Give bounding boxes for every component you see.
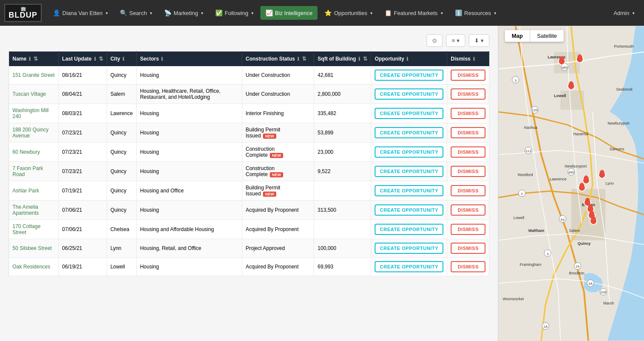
project-name-link[interactable]: 50 Silsbee Street [12, 245, 52, 251]
create-opportunity-button[interactable]: CREATE OPPORTUNITY [375, 204, 443, 216]
create-opportunity-button[interactable]: CREATE OPPORTUNITY [375, 70, 443, 81]
svg-text:2: 2 [521, 192, 523, 196]
dismiss-button[interactable]: DISMISS [451, 88, 485, 100]
nav-search-label: Search [129, 10, 147, 16]
update-info-icon: ℹ [94, 56, 96, 61]
cell-last-update: 08/03/21 [58, 104, 107, 123]
nav-following[interactable]: ✅ Following ▾ [210, 6, 259, 20]
dismiss-button[interactable]: DISMISS [451, 243, 485, 254]
dismiss-button[interactable]: DISMISS [451, 185, 485, 196]
cell-opportunity: CREATE OPPORTUNITY [371, 239, 447, 258]
cell-city: Lynn [107, 239, 136, 258]
nav-biz-intelligence[interactable]: 📈 Biz Intelligence [260, 6, 317, 20]
cell-last-update: 06/25/21 [58, 239, 107, 258]
svg-text:Seabrook: Seabrook [616, 87, 633, 91]
create-opportunity-button[interactable]: CREATE OPPORTUNITY [375, 88, 443, 100]
dismiss-button[interactable]: DISMISS [451, 261, 485, 272]
dismiss-button[interactable]: DISMISS [451, 204, 485, 216]
dismiss-button[interactable]: DISMISS [451, 224, 485, 235]
create-opportunity-button[interactable]: CREATE OPPORTUNITY [375, 108, 443, 119]
col-opportunity: Opportunity ℹ [371, 52, 447, 67]
featured-markets-icon: 📋 [385, 9, 392, 16]
create-opportunity-button[interactable]: CREATE OPPORTUNITY [375, 224, 443, 235]
cell-construction-status: Acquired By Proponent [242, 220, 314, 239]
svg-text:228: 228 [601, 290, 607, 294]
following-caret: ▾ [251, 11, 253, 15]
cell-opportunity: CREATE OPPORTUNITY [371, 258, 447, 276]
project-name-link[interactable]: 7 Faxon Park Road [12, 165, 43, 177]
cell-sectors: Housing and Affordable Housing [136, 220, 242, 239]
download-button[interactable]: ⬇ ▾ [469, 34, 489, 47]
nav-user[interactable]: 👤 Diana Van Etten ▾ [48, 6, 113, 20]
project-name-link[interactable]: Tuscan Village [12, 91, 46, 97]
svg-text:Danvers: Danvers [610, 147, 624, 151]
opportunities-icon: ⭐ [324, 9, 332, 16]
satellite-view-button[interactable]: Satellite [530, 30, 564, 42]
project-name-link[interactable]: 151 Granite Street [12, 72, 55, 78]
dismiss-button[interactable]: DISMISS [451, 146, 485, 158]
cell-name: Washington Mill 240 [9, 104, 59, 123]
dismiss-button[interactable]: DISMISS [451, 127, 485, 138]
project-name-link[interactable]: 188 200 Quincy Avenue [12, 127, 49, 139]
update-sort-icon[interactable]: ⇅ [99, 56, 103, 62]
cell-opportunity: CREATE OPPORTUNITY [371, 201, 447, 220]
view-button[interactable]: ≡ ▾ [446, 34, 465, 47]
nav-marketing[interactable]: 📡 Marketing ▾ [159, 6, 208, 20]
project-name-link[interactable]: Ashlar Park [12, 188, 39, 194]
cell-last-update: 07/23/21 [58, 143, 107, 162]
map-container: Lawrence Lowell Nashua Haverhill Newbury… [498, 26, 644, 341]
nav-featured-markets[interactable]: 📋 Featured Markets ▾ [379, 6, 448, 20]
project-name-link[interactable]: Washington Mill 240 [12, 107, 49, 119]
create-opportunity-button[interactable]: CREATE OPPORTUNITY [375, 261, 443, 272]
create-opportunity-button[interactable]: CREATE OPPORTUNITY [375, 127, 443, 138]
dismiss-button[interactable]: DISMISS [451, 108, 485, 119]
cell-name: Ashlar Park [9, 181, 59, 201]
project-name-link[interactable]: 170 Cottage Street [12, 223, 40, 235]
nav-opportunities[interactable]: ⭐ Opportunities ▾ [319, 6, 377, 20]
nav-search[interactable]: 🔍 Search ▾ [115, 6, 157, 20]
cell-sqft: 53,899 [314, 123, 371, 143]
sqft-sort-icon[interactable]: ⇅ [363, 56, 367, 62]
create-opportunity-button[interactable]: CREATE OPPORTUNITY [375, 166, 443, 177]
cell-city: Salem [107, 85, 136, 104]
project-name-link[interactable]: The Amelia Apartments [12, 204, 39, 216]
cell-city: Quincy [107, 181, 136, 201]
nav-biz-intelligence-label: Biz Intelligence [275, 10, 312, 16]
compare-button[interactable]: ⊙ [427, 34, 443, 47]
svg-text:Woonsocket: Woonsocket [503, 297, 524, 301]
dismiss-button[interactable]: DISMISS [451, 166, 485, 177]
name-sort-icon[interactable]: ⇅ [34, 56, 38, 62]
create-opportunity-button[interactable]: CREATE OPPORTUNITY [375, 185, 443, 196]
nav-admin-label: Admin [613, 10, 629, 16]
table-row: Washington Mill 24008/03/21LawrenceHousi… [9, 104, 489, 123]
user-icon: 👤 [53, 9, 60, 16]
table-row: 60 Newbury07/23/21QuincyHousingConstruct… [9, 143, 489, 162]
following-icon: ✅ [215, 9, 223, 16]
marketing-icon: 📡 [164, 9, 171, 16]
svg-text:Lynn: Lynn [605, 181, 613, 186]
cell-last-update: 07/23/21 [58, 123, 107, 143]
map-view-button[interactable]: Map [505, 30, 530, 42]
svg-text:Newburyport: Newburyport [607, 121, 629, 125]
create-opportunity-button[interactable]: CREATE OPPORTUNITY [375, 243, 443, 254]
svg-text:125: 125 [532, 108, 538, 112]
cell-sectors: Housing [136, 66, 242, 85]
new-badge: NEW [263, 192, 276, 197]
svg-text:Lawrence: Lawrence [550, 177, 567, 181]
dismiss-button[interactable]: DISMISS [451, 70, 485, 81]
status-sort-icon[interactable]: ⇅ [302, 56, 306, 62]
resources-icon: ℹ️ [455, 9, 462, 16]
cell-dismiss: DISMISS [447, 239, 489, 258]
svg-text:Marsh: Marsh [603, 301, 614, 305]
project-name-link[interactable]: Oak Residences [12, 264, 50, 270]
cell-sqft: 23,000 [314, 143, 371, 162]
cell-city: Quincy [107, 123, 136, 143]
cell-sectors: Housing, Healthcare, Retail, Office, Res… [136, 85, 242, 104]
project-name-link[interactable]: 60 Newbury [12, 149, 40, 155]
nav-admin[interactable]: Admin ▾ [608, 6, 640, 20]
logo[interactable]: 🏢 BLDUP [4, 4, 42, 22]
featured-markets-caret: ▾ [441, 11, 443, 15]
create-opportunity-button[interactable]: CREATE OPPORTUNITY [375, 146, 443, 158]
cell-construction-status: Construction CompleteNEW [242, 143, 314, 162]
nav-resources[interactable]: ℹ️ Resources ▾ [450, 6, 501, 20]
